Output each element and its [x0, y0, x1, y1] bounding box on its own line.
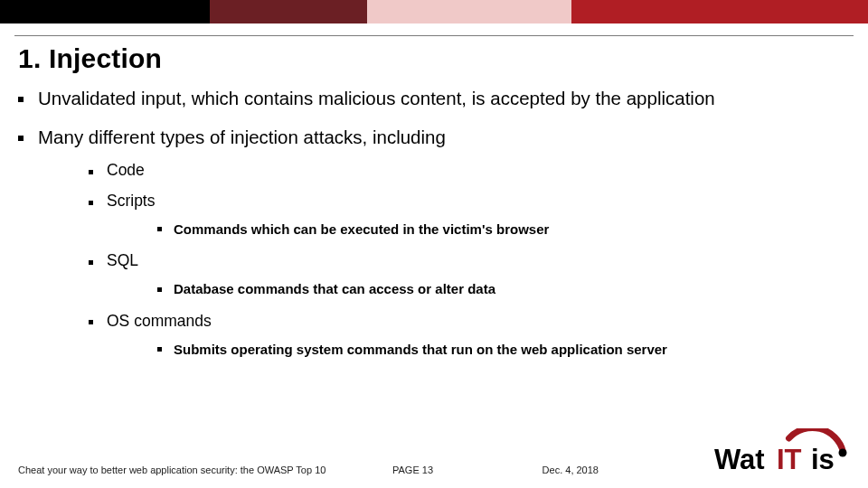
footer-deck-title: Cheat your way to better web application… — [18, 465, 392, 475]
bullet-text: Scripts — [107, 192, 155, 210]
footer-date: Dec. 4, 2018 — [542, 465, 684, 475]
topbar-segment-red — [571, 0, 868, 23]
footer-page-number: PAGE 13 — [392, 465, 542, 475]
bullet-item: Unvalidated input, which contains malici… — [18, 87, 868, 109]
bullet-text: SQL — [107, 251, 138, 269]
slide-title: 1. Injection — [18, 43, 868, 74]
horizontal-rule — [14, 35, 854, 36]
svg-text:is: is — [811, 444, 835, 475]
bullet-text: Commands which can be executed in the vi… — [174, 221, 549, 237]
topbar-segment-pink — [367, 0, 571, 23]
svg-text:Wat: Wat — [714, 444, 765, 475]
bullet-text: Submits operating system commands that r… — [174, 342, 667, 357]
sub-sub-bullet-list: Database commands that can access or alt… — [157, 280, 868, 298]
slide: 1. Injection Unvalidated input, which co… — [0, 0, 868, 488]
sub-sub-bullet-item: Submits operating system commands that r… — [157, 341, 868, 359]
bullet-item: Many different types of injection attack… — [18, 126, 868, 358]
sub-bullet-item: OS commands Submits operating system com… — [89, 312, 868, 358]
bullet-text: OS commands — [107, 312, 212, 330]
footer-logo-area: Wat IT is — [684, 428, 850, 475]
topbar-segment-black — [0, 0, 210, 23]
svg-point-0 — [839, 449, 847, 457]
slide-footer: Cheat your way to better web application… — [18, 428, 850, 475]
sub-sub-bullet-item: Commands which can be executed in the vi… — [157, 221, 868, 239]
sub-bullet-item: Code — [89, 161, 868, 181]
bullet-text: Unvalidated input, which contains malici… — [38, 88, 715, 108]
sub-bullet-item: Scripts Commands which can be executed i… — [89, 192, 868, 238]
sub-sub-bullet-list: Submits operating system commands that r… — [157, 341, 868, 359]
watitis-logo: Wat IT is — [714, 428, 850, 475]
bullet-list: Unvalidated input, which contains malici… — [18, 87, 868, 358]
sub-bullet-item: SQL Database commands that can access or… — [89, 251, 868, 297]
watitis-logo-icon: Wat IT is — [714, 428, 850, 475]
svg-text:IT: IT — [777, 444, 802, 475]
bullet-text: Code — [107, 161, 145, 179]
bullet-text: Database commands that can access or alt… — [174, 281, 495, 296]
topbar-segment-darkred — [210, 0, 367, 23]
brand-topbar — [0, 0, 868, 23]
sub-sub-bullet-item: Database commands that can access or alt… — [157, 280, 868, 298]
bullet-text: Many different types of injection attack… — [38, 127, 446, 147]
sub-bullet-list: Code Scripts Commands which can be execu… — [89, 161, 868, 358]
sub-sub-bullet-list: Commands which can be executed in the vi… — [157, 221, 868, 239]
